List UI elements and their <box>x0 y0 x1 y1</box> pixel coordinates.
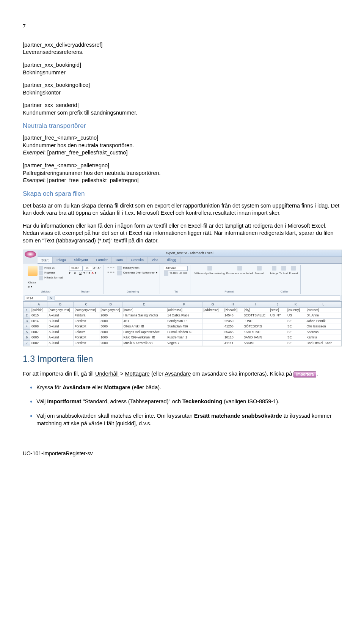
row-header: 3 <box>24 318 30 324</box>
cell: Förskott <box>73 340 99 346</box>
table-row: 60005A-kundFörskott1000K&K X99-verkstan … <box>24 335 342 340</box>
cell: 3000 <box>99 329 122 335</box>
field-6-desc: Pallregistreringsnummer hos den neutrala… <box>23 170 161 176</box>
cell: 0005 <box>30 335 47 340</box>
field-5-tag: [partner_free_<namn>_custno] <box>23 135 98 141</box>
ribbon-group-cells: Infoga Ta bort Format Celler <box>268 265 301 294</box>
cell: SE <box>286 318 305 324</box>
ribbon-group-label-align: Justering <box>106 290 160 294</box>
cell: 0002 <box>30 340 47 346</box>
col-header-D: D <box>99 302 122 307</box>
b1-pre: Kryssa för <box>36 384 63 390</box>
cell: Kustremsan 1 <box>166 335 202 340</box>
col-header-F: F <box>166 302 202 307</box>
cell: SE <box>286 324 305 329</box>
cell <box>202 340 223 346</box>
b3-em: Ersätt matchande snabbsökvärde <box>194 413 282 419</box>
cell: Olles Antik HB <box>122 324 166 329</box>
cell <box>269 335 286 340</box>
cell <box>202 324 223 329</box>
b3-pre: Välj om snabbsökvärden skall matchas ell… <box>36 413 194 419</box>
cell: JHT <box>122 318 166 324</box>
cell: 22350 <box>223 318 242 324</box>
heading-neutral: Neutrala transportörer <box>23 122 341 131</box>
table-row: 20015A-kundFaktura2000Harrisons Sailing … <box>24 313 342 318</box>
field-6-tag: [partner_free_<namn>_palletregno] <box>23 162 109 168</box>
ribbon-group-align: ≡ ≡ ≡ Radbryt text ≡ ≡ ≡ Centrera över k… <box>106 265 160 294</box>
cond-format-icon <box>207 266 212 271</box>
b2-if: Importformat <box>47 398 81 404</box>
cell: US_NY <box>269 313 286 318</box>
cell: Kamilla <box>305 335 342 340</box>
bullet-3: Välj om snabbsökvärden skall matchas ell… <box>36 412 341 427</box>
field-6-ex-label: Exempel <box>23 177 44 183</box>
table-format-icon <box>237 266 242 271</box>
wrap-label: Radbryt text <box>123 266 139 270</box>
cell: Langes Helikopterservice <box>122 329 166 335</box>
field-1-desc: Leveransadressreferens. <box>23 49 83 55</box>
b1-av: Avsändare <box>63 384 91 390</box>
cell: US <box>286 313 305 318</box>
cell: Johan Henrik <box>305 318 342 324</box>
field-3-desc: Bokningskontor <box>23 90 61 96</box>
ribbon-group-label-font: Tecken <box>67 290 103 294</box>
cell <box>269 340 286 346</box>
b1-or: eller <box>91 384 104 390</box>
cell: [quickid] <box>30 307 47 313</box>
insert-label: Infoga <box>270 272 278 275</box>
copy-label: Kopiera <box>44 271 55 275</box>
row-header: 5 <box>24 329 30 335</box>
excel-tab-start: Start <box>38 257 53 263</box>
import-bullets: Kryssa för Avsändare eller Mottagare (el… <box>23 383 341 427</box>
col-header-K: K <box>286 302 305 307</box>
excel-tab-infoga: Infoga <box>53 257 70 263</box>
b2-tk: Teckenkodning <box>182 398 222 404</box>
cell: [zipcode] <box>223 307 242 313</box>
row-header: 4 <box>24 324 30 329</box>
table-row: 1[quickid][category1text][category2text]… <box>24 307 342 313</box>
paste-icon <box>28 266 38 276</box>
delete-icon <box>281 266 286 271</box>
merge-label: Centrera över kolumner <box>123 271 155 275</box>
cell: K&K X99-verkstan HB <box>122 335 166 340</box>
table-row: 50007A-kundFaktura3000Langes Helikopters… <box>24 329 342 335</box>
excel-tab-formler: Formler <box>92 257 112 263</box>
cell: KARLSTAD <box>242 329 269 335</box>
cell: 0015 <box>30 313 47 318</box>
cell: B-kund <box>47 318 73 324</box>
cell <box>202 335 223 340</box>
cell-format-icon <box>257 266 262 271</box>
number-format-select: Allmänt <box>164 266 188 271</box>
formula-bar <box>55 296 340 301</box>
cell: [contact] <box>305 307 342 313</box>
cell: 3000 <box>99 318 122 324</box>
cell: Faktura <box>73 329 99 335</box>
b2-pre: Välj <box>36 398 47 404</box>
cell <box>202 313 223 318</box>
import-mid2: om avsändare ska importeras). Klicka på <box>191 371 293 377</box>
format-painter-icon <box>39 276 43 280</box>
ribbon-group-clipboard: Klipp ut Kopiera Hämta format Klistrain … <box>26 265 65 294</box>
cell: Faktura <box>73 313 99 318</box>
cell: [city] <box>242 307 269 313</box>
b2-mid: "Standard, adress (Tabbseparerad)" och <box>81 398 182 404</box>
office-button-icon <box>25 251 36 258</box>
font-name-select: Calibri <box>69 266 83 271</box>
excel-tab-sidlayout: Sidlayout <box>70 257 92 263</box>
page-number: 7 <box>23 23 341 30</box>
cell: [category1text] <box>47 307 73 313</box>
field-1-tag: [partner_xxx_deliveryaddressref] <box>23 42 102 48</box>
format-label: Format <box>289 272 298 275</box>
cut-icon <box>39 266 43 271</box>
import-mid: (eller <box>150 371 165 377</box>
skapa-p1: Det bästa är om du kan skapa denna fil d… <box>23 202 341 217</box>
field-2-tag: [partner_xxx_bookingid] <box>23 62 81 68</box>
cell: SE <box>286 340 305 346</box>
cell: [address1] <box>166 307 202 313</box>
format-painter-label: Hämta format <box>44 276 63 280</box>
cell: Förskott <box>73 335 99 340</box>
heading-import: 1.3 Importera filen <box>23 353 341 365</box>
cell: A-kund <box>47 329 73 335</box>
cell: [category2text] <box>73 307 99 313</box>
field-1: [partner_xxx_deliveryaddressref] Leveran… <box>23 41 341 56</box>
